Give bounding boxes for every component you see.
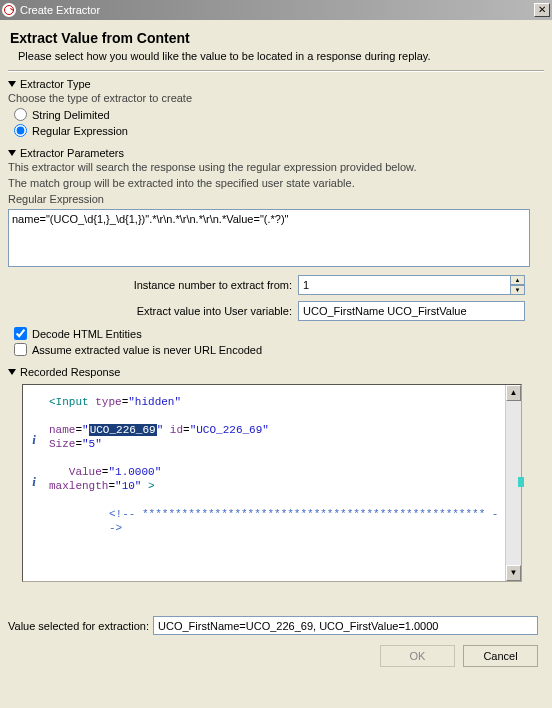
extractor-type-desc: Choose the type of extractor to create (8, 92, 544, 104)
selection-label: Value selected for extraction: (8, 620, 153, 632)
ok-button[interactable]: OK (380, 645, 455, 667)
label-assume-url: Assume extracted value is never URL Enco… (32, 344, 262, 356)
spin-up-button[interactable]: ▲ (510, 275, 525, 285)
params-desc2: The match group will be extracted into t… (8, 177, 544, 189)
checkbox-decode-html[interactable] (14, 327, 27, 340)
code-token: "10" (115, 480, 141, 492)
window-title: Create Extractor (20, 4, 534, 16)
divider (8, 70, 544, 72)
cancel-button[interactable]: Cancel (463, 645, 538, 667)
section-label: Recorded Response (20, 366, 120, 378)
spin-down-button[interactable]: ▼ (510, 285, 525, 295)
close-icon[interactable]: ✕ (534, 3, 550, 17)
app-icon (2, 3, 16, 17)
checkbox-assume-url[interactable] (14, 343, 27, 356)
code-comment: <!-- ***********************************… (109, 508, 498, 534)
code-token: "1.0000" (108, 466, 161, 478)
code-token: name (49, 424, 75, 436)
radio-string-delimited[interactable] (14, 108, 27, 121)
recorded-response-viewer: i i <Input type="hidden" name="UCO_226_6… (22, 384, 522, 582)
code-token: "hidden" (128, 396, 181, 408)
code-token: <Input (49, 396, 89, 408)
code-token: "UCO_226_69" (190, 424, 269, 436)
label-decode-html: Decode HTML Entities (32, 328, 142, 340)
section-label: Extractor Parameters (20, 147, 124, 159)
scroll-up-button[interactable]: ▲ (506, 385, 521, 401)
code-token: "5" (82, 438, 102, 450)
code-token: id (163, 424, 183, 436)
uservar-label: Extract value into User variable: (8, 305, 298, 317)
chevron-down-icon (8, 81, 16, 87)
info-icon: i (23, 474, 45, 488)
code-token: type (89, 396, 122, 408)
code-token: Value (69, 466, 102, 478)
code-token: > (141, 480, 154, 492)
section-recorded-response[interactable]: Recorded Response (8, 366, 544, 378)
scroll-down-button[interactable]: ▼ (506, 565, 521, 581)
page-subtitle: Please select how you would like the val… (18, 50, 544, 62)
uservar-input[interactable] (298, 301, 525, 321)
regex-input[interactable]: name="(UCO_\d{1,}_\d{1,})".*\r\n.*\r\n.*… (8, 209, 530, 267)
chevron-down-icon (8, 369, 16, 375)
instance-label: Instance number to extract from: (8, 279, 298, 291)
match-marker (518, 477, 524, 487)
params-desc1: This extractor will search the response … (8, 161, 544, 173)
section-extractor-type[interactable]: Extractor Type (8, 78, 544, 90)
code-token: = (183, 424, 190, 436)
code-token: maxlength (49, 480, 108, 492)
code-body[interactable]: <Input type="hidden" name="UCO_226_69" i… (45, 385, 505, 581)
radio-regex[interactable] (14, 124, 27, 137)
code-token: " (82, 424, 89, 436)
chevron-down-icon (8, 150, 16, 156)
info-icon: i (23, 432, 45, 446)
regex-label: Regular Expression (8, 193, 544, 205)
gutter: i i (23, 385, 45, 581)
selected-text: UCO_226_69 (89, 424, 157, 436)
code-token: Size (49, 438, 75, 450)
section-label: Extractor Type (20, 78, 91, 90)
section-extractor-params[interactable]: Extractor Parameters (8, 147, 544, 159)
selection-value-input[interactable] (153, 616, 538, 635)
label-string-delimited: String Delimited (32, 109, 110, 121)
instance-input[interactable] (298, 275, 510, 295)
page-title: Extract Value from Content (10, 30, 544, 46)
label-regex: Regular Expression (32, 125, 128, 137)
